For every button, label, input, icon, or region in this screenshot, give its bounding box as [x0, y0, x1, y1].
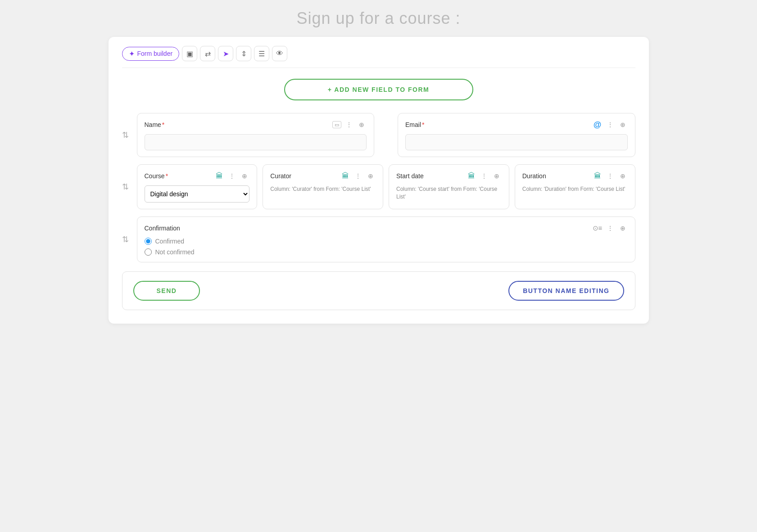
four-col-row: Course* 🏛 ⋮ ⊕ Digital design Web develop… [137, 164, 635, 209]
duration-meta: Column: 'Duration' from Form: 'Course Li… [522, 185, 628, 193]
duration-field-icons: 🏛 ⋮ ⊕ [593, 171, 628, 181]
course-field-icons: 🏛 ⋮ ⊕ [214, 171, 249, 181]
email-field-label: Email* [405, 121, 424, 128]
row1-drag-handle[interactable]: ⇅ [122, 113, 131, 157]
start-date-field-label: Start date [396, 172, 424, 180]
row3-drag-handle[interactable]: ⇅ [122, 216, 131, 262]
toolbar-icon-save[interactable]: ▣ [182, 46, 197, 61]
course-field-label: Course* [145, 172, 168, 180]
shuffle-icon: ⇄ [205, 50, 211, 58]
form-builder-tab[interactable]: ✦ Form builder [122, 47, 180, 61]
save-icon: ▣ [186, 50, 193, 58]
confirmed-radio[interactable] [145, 238, 152, 245]
confirmation-radio-group: Confirmed Not confirmed [145, 238, 628, 256]
course-list-icon: 🏛 [214, 171, 224, 181]
name-more-icon[interactable]: ⋮ [344, 120, 354, 130]
email-input[interactable] [405, 134, 628, 150]
eye-icon: 👁 [276, 50, 283, 58]
start-date-link-icon: 🏛 [467, 171, 476, 181]
form-rows: ⇅ Name* ▭ ⋮ ⊕ [122, 113, 635, 310]
curator-field-icons: 🏛 ⋮ ⊕ [340, 171, 376, 181]
toolbar-icon-sort[interactable]: ⇕ [236, 46, 251, 61]
drag-icon-2: ⇅ [122, 182, 129, 192]
email-required-star: * [422, 121, 424, 128]
drag-icon-3: ⇅ [122, 234, 129, 244]
row2-drag-handle[interactable]: ⇅ [122, 164, 131, 209]
form-builder-tab-label: Form builder [137, 50, 173, 57]
confirmation-field-label: Confirmation [145, 225, 180, 232]
course-field-card: Course* 🏛 ⋮ ⊕ Digital design Web develop… [137, 164, 258, 209]
course-select[interactable]: Digital design Web development Data scie… [145, 185, 250, 203]
course-move-icon[interactable]: ⊕ [240, 171, 249, 181]
confirmed-label: Confirmed [155, 238, 185, 245]
course-required-star: * [166, 172, 168, 180]
course-more-icon[interactable]: ⋮ [227, 171, 237, 181]
toolbar: ✦ Form builder ▣ ⇄ ➤ ⇕ ☰ 👁 [122, 46, 635, 68]
sort-icon: ⇕ [241, 50, 247, 58]
confirmation-move-icon[interactable]: ⊕ [618, 223, 628, 233]
name-field-header: Name* ▭ ⋮ ⊕ [145, 120, 367, 130]
add-field-button[interactable]: + ADD NEW FIELD TO FORM [284, 79, 473, 100]
start-date-field-header: Start date 🏛 ⋮ ⊕ [396, 171, 502, 181]
send-icon: ➤ [223, 50, 229, 58]
builder-container: ✦ Form builder ▣ ⇄ ➤ ⇕ ☰ 👁 + ADD NEW [109, 37, 649, 324]
email-move-icon[interactable]: ⊕ [618, 120, 628, 130]
curator-field-label: Curator [270, 172, 291, 180]
start-date-more-icon[interactable]: ⋮ [479, 171, 489, 181]
not-confirmed-option[interactable]: Not confirmed [145, 248, 628, 256]
start-date-field-icons: 🏛 ⋮ ⊕ [467, 171, 502, 181]
button-name-editing-button[interactable]: BUTTON NAME EDITING [508, 281, 624, 301]
email-field-header: Email* @ ⋮ ⊕ [405, 120, 628, 130]
course-field-header: Course* 🏛 ⋮ ⊕ [145, 171, 250, 181]
toolbar-icon-send[interactable]: ➤ [218, 46, 233, 61]
confirmation-field-card: Confirmation ⊙≡ ⋮ ⊕ Confirmed [137, 216, 635, 262]
wand-icon: ✦ [129, 50, 135, 58]
curator-link-icon: 🏛 [340, 171, 350, 181]
start-date-meta: Column: 'Course start' from Form: 'Cours… [396, 185, 502, 201]
confirmation-more-icon[interactable]: ⋮ [605, 223, 615, 233]
send-button[interactable]: SEND [133, 281, 200, 301]
curator-more-icon[interactable]: ⋮ [353, 171, 363, 181]
name-required-star: * [162, 121, 164, 128]
confirmation-field-icons: ⊙≡ ⋮ ⊕ [593, 223, 628, 233]
row-2: ⇅ Course* 🏛 ⋮ ⊕ [122, 164, 635, 209]
duration-move-icon[interactable]: ⊕ [618, 171, 628, 181]
toolbar-icon-shuffle[interactable]: ⇄ [200, 46, 215, 61]
name-move-icon[interactable]: ⊕ [357, 120, 367, 130]
name-field-icons: ▭ ⋮ ⊕ [332, 120, 367, 130]
curator-move-icon[interactable]: ⊕ [366, 171, 376, 181]
duration-link-icon: 🏛 [593, 171, 603, 181]
name-field-label: Name* [145, 121, 165, 128]
page-title: Sign up for a course : [109, 9, 649, 28]
name-field-card: Name* ▭ ⋮ ⊕ [137, 113, 375, 157]
curator-field-header: Curator 🏛 ⋮ ⊕ [270, 171, 376, 181]
duration-field-header: Duration 🏛 ⋮ ⊕ [522, 171, 628, 181]
name-text-icon: ▭ [332, 121, 341, 128]
not-confirmed-label: Not confirmed [155, 248, 195, 256]
confirmed-option[interactable]: Confirmed [145, 238, 628, 245]
list-icon: ☰ [258, 50, 265, 58]
confirmation-radio-icon: ⊙≡ [593, 223, 603, 233]
email-more-icon[interactable]: ⋮ [605, 120, 615, 130]
duration-more-icon[interactable]: ⋮ [605, 171, 615, 181]
duration-field-label: Duration [522, 172, 546, 180]
toolbar-icon-list[interactable]: ☰ [254, 46, 269, 61]
start-date-field-card: Start date 🏛 ⋮ ⊕ Column: 'Course start' … [389, 164, 509, 209]
toolbar-icon-preview[interactable]: 👁 [272, 46, 287, 61]
at-sign-icon: @ [593, 120, 603, 130]
email-field-icons: @ ⋮ ⊕ [593, 120, 628, 130]
email-field-card: Email* @ ⋮ ⊕ [398, 113, 635, 157]
row-1: ⇅ Name* ▭ ⋮ ⊕ [122, 113, 635, 157]
confirmation-field-header: Confirmation ⊙≡ ⋮ ⊕ [145, 223, 628, 233]
duration-field-card: Duration 🏛 ⋮ ⊕ Column: 'Duration' from F… [515, 164, 635, 209]
start-date-move-icon[interactable]: ⊕ [492, 171, 502, 181]
row-3: ⇅ Confirmation ⊙≡ ⋮ ⊕ Confi [122, 216, 635, 262]
buttons-row: SEND BUTTON NAME EDITING [122, 271, 635, 310]
not-confirmed-radio[interactable] [145, 248, 152, 256]
curator-meta: Column: 'Curator' from Form: 'Course Lis… [270, 185, 376, 193]
curator-field-card: Curator 🏛 ⋮ ⊕ Column: 'Curator' from For… [263, 164, 383, 209]
drag-icon: ⇅ [122, 130, 129, 140]
name-input[interactable] [145, 134, 367, 150]
